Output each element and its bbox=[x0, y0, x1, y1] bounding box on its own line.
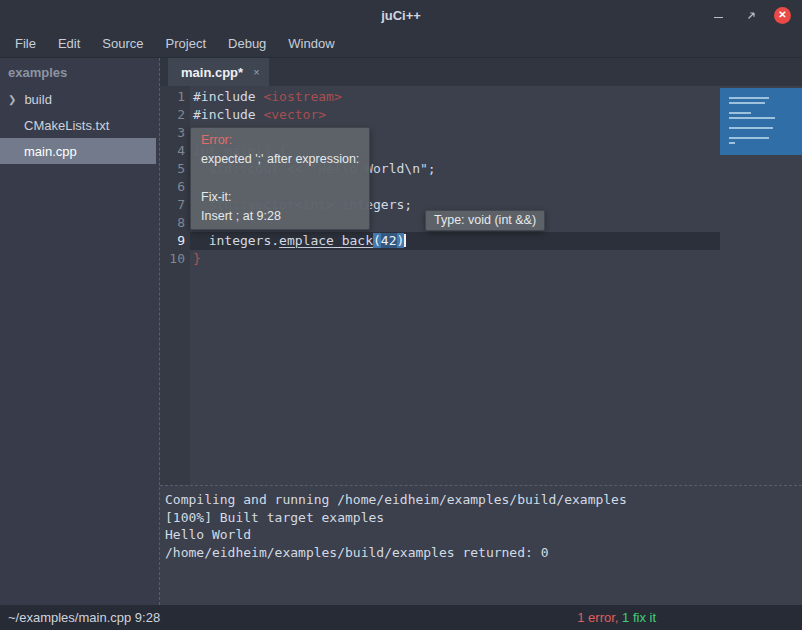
line-number: 4 bbox=[160, 142, 190, 160]
minimap-code-line bbox=[729, 117, 775, 119]
minimap-code-line bbox=[729, 102, 765, 104]
terminal-line: Compiling and running /home/eidheim/exam… bbox=[165, 491, 802, 509]
error-tooltip-line bbox=[201, 169, 359, 188]
type-tooltip-text: Type: void (int &&) bbox=[434, 213, 536, 227]
terminal-line: [100%] Built target examples bbox=[165, 509, 802, 527]
sidebar: examples ❯buildCMakeLists.txtmain.cpp bbox=[0, 58, 156, 605]
code-segment: #include bbox=[193, 89, 263, 104]
minimap-code-line bbox=[729, 137, 769, 139]
code-segment: ( bbox=[373, 233, 381, 248]
code-line-9[interactable]: integers.emplace_back(42) bbox=[190, 232, 720, 250]
restore-button[interactable] bbox=[742, 7, 759, 24]
code-segment: } bbox=[193, 251, 201, 266]
line-number: 7 bbox=[160, 196, 190, 214]
window-controls: ✕ bbox=[710, 7, 802, 24]
code-segment: #include bbox=[193, 107, 263, 122]
line-number: 5 bbox=[160, 160, 190, 178]
minimap-code-line bbox=[729, 142, 735, 144]
tab-label: main.cpp* bbox=[181, 65, 243, 80]
menu-project[interactable]: Project bbox=[155, 31, 217, 56]
minimize-icon bbox=[714, 17, 723, 18]
code-segment: <vector> bbox=[263, 107, 326, 122]
code-segment: <iostream> bbox=[263, 89, 341, 104]
error-tooltip-title: Error: bbox=[201, 131, 359, 150]
menu-edit[interactable]: Edit bbox=[47, 31, 91, 56]
error-tooltip-lines: expected ';' after expression: Fix-it:In… bbox=[201, 150, 359, 226]
status-diagnostics: 1 error, 1 fix it bbox=[577, 610, 656, 625]
tab-main-cpp[interactable]: main.cpp* × bbox=[168, 58, 269, 86]
code-segment: 42 bbox=[381, 233, 397, 248]
tab-close-button[interactable]: × bbox=[253, 66, 259, 78]
close-icon: ✕ bbox=[778, 10, 786, 20]
line-number-gutter: 12345678910 bbox=[160, 86, 190, 485]
menu-source[interactable]: Source bbox=[91, 31, 154, 56]
tree-item-cmakelists-txt[interactable]: CMakeLists.txt bbox=[0, 112, 156, 138]
line-number: 1 bbox=[160, 88, 190, 106]
code-line-2[interactable]: #include <vector> bbox=[190, 106, 720, 124]
status-fixit-count: 1 fix it bbox=[618, 610, 656, 625]
code-segment: integers. bbox=[193, 233, 279, 248]
close-button[interactable]: ✕ bbox=[774, 7, 791, 24]
editor: 12345678910 #include <iostream>#include … bbox=[160, 86, 802, 485]
terminal-line: /home/eidheim/examples/build/examples re… bbox=[165, 544, 802, 562]
error-tooltip-line: expected ';' after expression: bbox=[201, 150, 359, 169]
code-segment: emplace_back bbox=[279, 233, 373, 248]
code-segment: ) bbox=[397, 233, 405, 248]
line-number: 6 bbox=[160, 178, 190, 196]
tree-item-label: main.cpp bbox=[24, 144, 77, 159]
error-tooltip: Error: expected ';' after expression: Fi… bbox=[190, 127, 370, 230]
line-number: 3 bbox=[160, 124, 190, 142]
status-error-count: 1 error, bbox=[577, 610, 618, 625]
menubar: FileEditSourceProjectDebugWindow bbox=[0, 30, 802, 58]
tree-item-build[interactable]: ❯build bbox=[0, 86, 156, 112]
minimap-code-line bbox=[729, 112, 751, 114]
menu-debug[interactable]: Debug bbox=[217, 31, 277, 56]
code-line-1[interactable]: #include <iostream> bbox=[190, 88, 720, 106]
tabbar: main.cpp* × bbox=[160, 58, 802, 86]
error-tooltip-line: Insert ; at 9:28 bbox=[201, 207, 359, 226]
tree-item-label: build bbox=[24, 92, 51, 107]
terminal-line: Hello World bbox=[165, 526, 802, 544]
restore-icon bbox=[745, 9, 757, 21]
project-header: examples bbox=[0, 58, 156, 86]
line-number: 8 bbox=[160, 214, 190, 232]
app-window: juCi++ ✕ FileEditSourceProjectDebugWindo… bbox=[0, 0, 802, 630]
main-area: examples ❯buildCMakeLists.txtmain.cpp ma… bbox=[0, 58, 802, 605]
minimap-slider[interactable] bbox=[720, 88, 802, 155]
minimap[interactable] bbox=[720, 86, 802, 485]
tree-item-main-cpp[interactable]: main.cpp bbox=[0, 138, 156, 164]
line-number: 2 bbox=[160, 106, 190, 124]
window-title: juCi++ bbox=[0, 8, 802, 23]
type-tooltip: Type: void (int &&) bbox=[425, 210, 545, 231]
minimize-button[interactable] bbox=[710, 7, 727, 24]
editor-pane: main.cpp* × 12345678910 #include <iostre… bbox=[160, 58, 802, 605]
terminal-output[interactable]: Compiling and running /home/eidheim/exam… bbox=[160, 488, 802, 605]
code-line-10[interactable]: } bbox=[190, 250, 720, 268]
error-tooltip-line: Fix-it: bbox=[201, 188, 359, 207]
status-file-position: ~/examples/main.cpp 9:28 bbox=[8, 610, 160, 625]
line-number: 10 bbox=[160, 250, 190, 268]
minimap-code-line bbox=[729, 127, 773, 129]
menu-window[interactable]: Window bbox=[277, 31, 345, 56]
menu-file[interactable]: File bbox=[4, 31, 47, 56]
line-number: 9 bbox=[160, 232, 190, 250]
tree-item-label: CMakeLists.txt bbox=[24, 118, 109, 133]
statusbar: ~/examples/main.cpp 9:28 1 error, 1 fix … bbox=[0, 605, 802, 630]
minimap-code-line bbox=[729, 97, 769, 99]
titlebar: juCi++ ✕ bbox=[0, 0, 802, 30]
file-tree: ❯buildCMakeLists.txtmain.cpp bbox=[0, 86, 156, 164]
text-cursor bbox=[404, 234, 406, 247]
chevron-right-icon[interactable]: ❯ bbox=[8, 94, 16, 105]
